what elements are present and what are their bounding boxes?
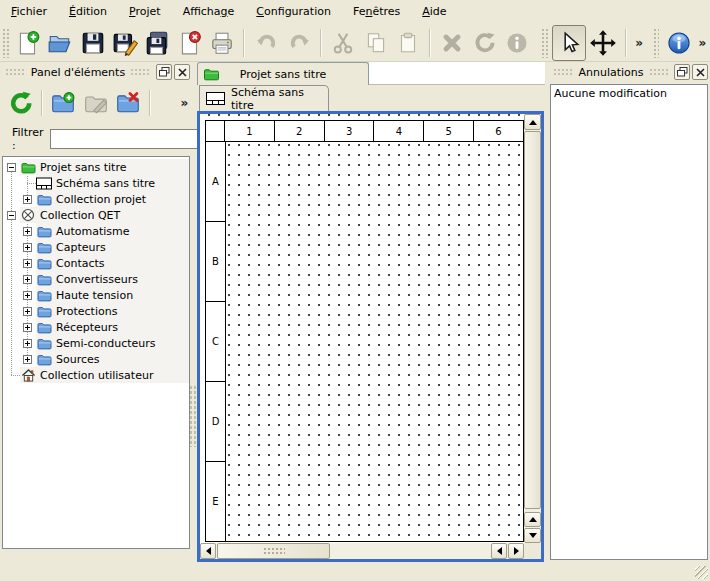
tree-item-automatisme[interactable]: Automatisme	[3, 223, 189, 239]
tree-item-protections[interactable]: Protections	[3, 303, 189, 319]
frame-column-headers: 1 2 3 4 5 6	[225, 120, 524, 142]
blue-folder-icon	[36, 336, 52, 350]
tree-item-project[interactable]: Projet sans titre	[3, 159, 189, 175]
vertical-scrollbar[interactable]	[524, 114, 541, 543]
print-button[interactable]	[207, 27, 237, 59]
save-button[interactable]	[77, 27, 107, 59]
tree-item-capteurs[interactable]: Capteurs	[3, 239, 189, 255]
project-window-tab[interactable]: Projet sans titre	[197, 62, 369, 85]
new-project-button[interactable]	[13, 27, 43, 59]
rotate-button[interactable]	[470, 27, 500, 59]
delete-button[interactable]	[437, 27, 467, 59]
toolbar-overflow-button[interactable]: »	[632, 36, 647, 50]
pan-mode-button[interactable]	[588, 27, 618, 59]
project-folder-icon	[203, 67, 220, 81]
close-file-button[interactable]	[175, 27, 205, 59]
resize-grip-icon[interactable]	[695, 566, 708, 579]
menu-aide[interactable]: Aide	[411, 0, 457, 24]
expand-icon[interactable]	[23, 227, 32, 236]
tree-item-recepteurs[interactable]: Récepteurs	[3, 319, 189, 335]
tree-item-sources[interactable]: Sources	[3, 351, 189, 367]
thumb-grip-texture	[263, 547, 285, 556]
toolbar-overflow-button-2[interactable]: »	[695, 36, 710, 50]
tree-item-semi-conducteurs[interactable]: Semi-conducteurs	[3, 335, 189, 351]
close-icon	[696, 68, 705, 77]
horizontal-scrollbar[interactable]	[200, 543, 524, 559]
diagram-canvas[interactable]: 1 2 3 4 5 6 A B C D E	[200, 114, 524, 543]
vertical-scroll-thumb[interactable]	[524, 131, 541, 509]
blue-folder-icon	[36, 240, 52, 254]
cut-icon	[330, 30, 356, 56]
tree-item-haute-tension[interactable]: Haute tension	[3, 287, 189, 303]
horizontal-scroll-thumb[interactable]	[217, 543, 330, 559]
panel-overflow-button[interactable]: »	[177, 96, 192, 110]
select-mode-button[interactable]	[552, 25, 586, 61]
paste-button[interactable]	[393, 27, 423, 59]
tree-item-collection-utilisateur[interactable]: Collection utilisateur	[3, 367, 189, 383]
float-panel-button[interactable]	[156, 64, 172, 80]
float-panel-button[interactable]	[674, 64, 690, 80]
undo-history-list[interactable]: Aucune modification	[550, 84, 708, 560]
menu-fenetres[interactable]: Fenêtres	[342, 0, 411, 24]
expand-icon[interactable]	[23, 195, 32, 204]
edit-category-button[interactable]	[81, 87, 110, 119]
expand-icon[interactable]	[23, 355, 32, 364]
close-panel-button[interactable]	[692, 64, 708, 80]
menu-fichier[interactable]: Fichier	[0, 0, 58, 24]
filter-input[interactable]	[50, 129, 203, 149]
toolbar-grip[interactable]	[653, 28, 660, 58]
expand-icon[interactable]	[23, 259, 32, 268]
toolbar-grip[interactable]	[2, 28, 9, 58]
undo-button[interactable]	[251, 27, 281, 59]
expand-icon[interactable]	[23, 243, 32, 252]
expand-icon[interactable]	[23, 307, 32, 316]
tree-item-schema[interactable]: Schéma sans titre	[3, 175, 189, 191]
scroll-right-button[interactable]	[508, 543, 524, 559]
cut-button[interactable]	[328, 27, 358, 59]
expand-icon[interactable]	[23, 339, 32, 348]
reload-collections-button[interactable]	[6, 87, 35, 119]
project-tab-label: Projet sans titre	[240, 68, 327, 81]
tree-item-label: Convertisseurs	[56, 273, 138, 286]
collapse-icon[interactable]	[7, 163, 16, 172]
scroll-left-button-2[interactable]	[491, 543, 507, 559]
delete-category-button[interactable]	[114, 87, 143, 119]
menu-affichage[interactable]: Affichage	[172, 0, 246, 24]
about-button[interactable]	[663, 27, 693, 59]
collapse-icon[interactable]	[7, 211, 16, 220]
undo-panel-titlebar[interactable]: Annulations	[548, 62, 710, 82]
row-header: E	[205, 461, 226, 542]
elements-panel-titlebar[interactable]: Panel d'éléments	[0, 62, 192, 82]
tree-item-collection-projet[interactable]: Collection projet	[3, 191, 189, 207]
scroll-left-button[interactable]	[200, 543, 216, 559]
new-category-button[interactable]	[49, 87, 78, 119]
blue-folder-icon	[36, 352, 52, 366]
open-project-button[interactable]	[45, 27, 75, 59]
save-as-button[interactable]	[110, 27, 140, 59]
schema-tab[interactable]: Schéma sans titre	[199, 85, 329, 111]
scroll-up-button-2[interactable]	[524, 512, 541, 527]
tree-item-contacts[interactable]: Contacts	[3, 255, 189, 271]
info-button-disabled[interactable]	[502, 27, 532, 59]
expand-icon[interactable]	[23, 275, 32, 284]
save-all-button[interactable]	[142, 27, 172, 59]
folder-delete-icon	[115, 90, 141, 116]
copy-button[interactable]	[360, 27, 390, 59]
paste-icon	[395, 30, 421, 56]
menu-edition[interactable]: Édition	[58, 0, 118, 24]
close-panel-button[interactable]	[174, 64, 190, 80]
close-icon	[178, 68, 187, 77]
tree-item-convertisseurs[interactable]: Convertisseurs	[3, 271, 189, 287]
blue-folder-icon	[36, 256, 52, 270]
dock-splitter-handle[interactable]	[189, 385, 196, 447]
scroll-down-button[interactable]	[524, 528, 541, 543]
redo-button[interactable]	[284, 27, 314, 59]
toolbar-grip[interactable]	[541, 28, 548, 58]
undo-list-item[interactable]: Aucune modification	[554, 87, 704, 100]
menu-configuration[interactable]: Configuration	[245, 0, 342, 24]
expand-icon[interactable]	[23, 291, 32, 300]
menu-projet[interactable]: Projet	[118, 0, 172, 24]
expand-icon[interactable]	[23, 323, 32, 332]
scroll-up-button[interactable]	[524, 114, 541, 130]
tree-item-collection-qet[interactable]: Collection QET	[3, 207, 189, 223]
